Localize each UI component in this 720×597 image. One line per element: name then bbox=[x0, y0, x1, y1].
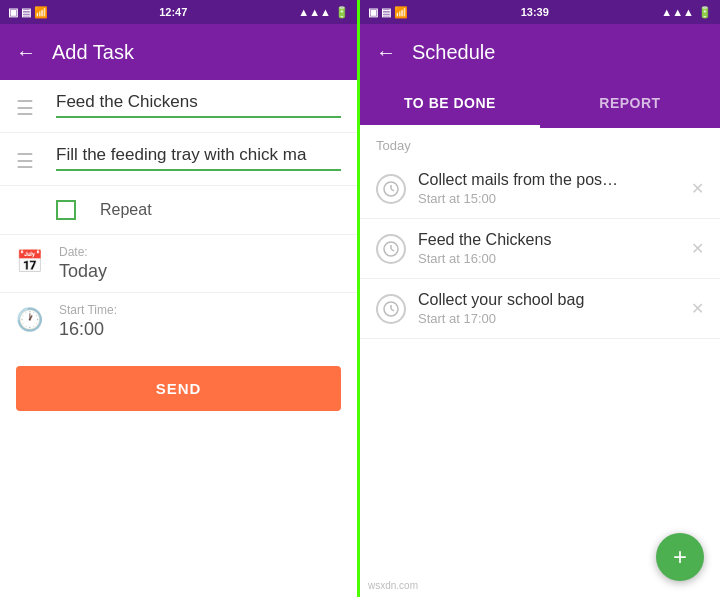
tab-report[interactable]: REPORT bbox=[540, 80, 720, 128]
status-bar-right-right-icons: ▲▲▲ 🔋 bbox=[661, 6, 712, 19]
task-info-3: Collect your school bag Start at 17:00 bbox=[418, 291, 679, 326]
svg-line-5 bbox=[391, 249, 394, 251]
task-clock-icon-1 bbox=[376, 174, 406, 204]
task-name-3: Collect your school bag bbox=[418, 291, 679, 309]
notification-icon-right: ▣ ▤ 📶 bbox=[368, 6, 408, 18]
task-description-field: ☰ bbox=[0, 133, 357, 186]
task-item: Collect your school bag Start at 17:00 ✕ bbox=[360, 279, 720, 339]
repeat-label: Repeat bbox=[100, 201, 152, 219]
back-button-left[interactable]: ← bbox=[16, 41, 36, 64]
description-input-wrap bbox=[56, 145, 341, 171]
task-clock-icon-3 bbox=[376, 294, 406, 324]
task-name-input[interactable] bbox=[56, 92, 341, 118]
time-field: 🕐 Start Time: 16:00 bbox=[0, 292, 357, 350]
notification-icon: ▣ ▤ 📶 bbox=[8, 6, 48, 18]
section-today: Today bbox=[360, 128, 720, 159]
time-label: Start Time: bbox=[59, 303, 117, 317]
schedule-content: Today Collect mails from the pos… Start … bbox=[360, 128, 720, 597]
time-value-wrap: Start Time: 16:00 bbox=[59, 303, 117, 340]
calendar-icon: 📅 bbox=[16, 249, 43, 275]
right-panel: ▣ ▤ 📶 13:39 ▲▲▲ 🔋 ← Schedule TO BE DONE … bbox=[360, 0, 720, 597]
right-header-title: Schedule bbox=[412, 41, 495, 64]
task-clock-icon-2 bbox=[376, 234, 406, 264]
svg-line-2 bbox=[391, 189, 394, 191]
date-value: Today bbox=[59, 261, 107, 282]
task-item: Feed the Chickens Start at 16:00 ✕ bbox=[360, 219, 720, 279]
task-info-1: Collect mails from the pos… Start at 15:… bbox=[418, 171, 679, 206]
task-time-2: Start at 16:00 bbox=[418, 251, 679, 266]
add-task-form: ☰ ☰ Repeat 📅 Date: Today bbox=[0, 80, 357, 597]
task-close-2[interactable]: ✕ bbox=[691, 239, 704, 258]
clock-icon-left: 🕐 bbox=[16, 307, 43, 333]
left-header: ← Add Task bbox=[0, 24, 357, 80]
back-button-right[interactable]: ← bbox=[376, 41, 396, 64]
schedule-tabs: TO BE DONE REPORT bbox=[360, 80, 720, 128]
tab-to-be-done[interactable]: TO BE DONE bbox=[360, 80, 540, 128]
signal-icon-right: ▲▲▲ bbox=[661, 6, 694, 18]
date-value-wrap: Date: Today bbox=[59, 245, 107, 282]
task-close-1[interactable]: ✕ bbox=[691, 179, 704, 198]
left-panel: ▣ ▤ 📶 12:47 ▲▲▲ 🔋 ← Add Task ☰ ☰ bbox=[0, 0, 360, 597]
svg-line-8 bbox=[391, 309, 394, 311]
fab-icon: + bbox=[673, 543, 687, 571]
repeat-checkbox[interactable] bbox=[56, 200, 76, 220]
description-icon: ☰ bbox=[16, 149, 40, 173]
status-bar-left-icons: ▣ ▤ 📶 bbox=[8, 6, 48, 19]
task-info-2: Feed the Chickens Start at 16:00 bbox=[418, 231, 679, 266]
status-bar-right: ▣ ▤ 📶 13:39 ▲▲▲ 🔋 bbox=[360, 0, 720, 24]
repeat-field: Repeat bbox=[0, 186, 357, 234]
status-bar-right-time: 13:39 bbox=[521, 6, 549, 18]
time-value: 16:00 bbox=[59, 319, 117, 340]
date-field: 📅 Date: Today bbox=[0, 234, 357, 292]
fab-add-button[interactable]: + bbox=[656, 533, 704, 581]
status-bar-left: ▣ ▤ 📶 12:47 ▲▲▲ 🔋 bbox=[0, 0, 357, 24]
task-time-1: Start at 15:00 bbox=[418, 191, 679, 206]
task-name-1: Collect mails from the pos… bbox=[418, 171, 679, 189]
task-name-2: Feed the Chickens bbox=[418, 231, 679, 249]
date-label: Date: bbox=[59, 245, 107, 259]
right-header: ← Schedule bbox=[360, 24, 720, 80]
left-header-title: Add Task bbox=[52, 41, 134, 64]
task-item: Collect mails from the pos… Start at 15:… bbox=[360, 159, 720, 219]
status-bar-right-icons: ▣ ▤ 📶 bbox=[368, 6, 408, 19]
status-bar-left-time: 12:47 bbox=[159, 6, 187, 18]
watermark: wsxdn.com bbox=[368, 580, 418, 591]
task-name-input-wrap bbox=[56, 92, 341, 118]
task-name-icon: ☰ bbox=[16, 96, 40, 120]
task-close-3[interactable]: ✕ bbox=[691, 299, 704, 318]
task-name-field: ☰ bbox=[0, 80, 357, 133]
signal-icon: ▲▲▲ bbox=[298, 6, 331, 18]
send-button[interactable]: SEND bbox=[16, 366, 341, 411]
battery-icon-right: 🔋 bbox=[698, 6, 712, 19]
battery-icon: 🔋 bbox=[335, 6, 349, 19]
status-bar-left-right-icons: ▲▲▲ 🔋 bbox=[298, 6, 349, 19]
task-time-3: Start at 17:00 bbox=[418, 311, 679, 326]
description-input[interactable] bbox=[56, 145, 341, 171]
